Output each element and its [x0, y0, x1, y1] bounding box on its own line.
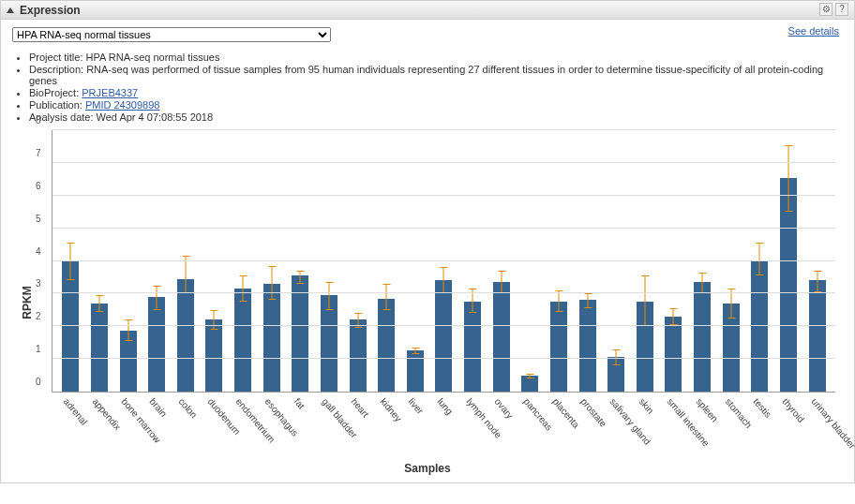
grid-line [52, 325, 835, 326]
grid-line [52, 292, 835, 293]
bar-slot [487, 130, 516, 392]
x-tick-label: testis [745, 393, 774, 460]
x-tick-label: stomach [716, 393, 745, 460]
bar-slot [286, 130, 315, 392]
x-tick-labels: adrenalappendixbone marrowbraincolonduod… [52, 393, 835, 460]
x-axis-label: Samples [12, 462, 843, 475]
meta-publication: Publication: PMID 24309898 [29, 99, 843, 111]
x-tick-label: lymph node [458, 393, 487, 460]
bioproject-link[interactable]: PRJEB4337 [82, 87, 138, 98]
x-tick-label: liver [400, 393, 429, 460]
bars-container [52, 130, 835, 392]
meta-label: Description: [29, 64, 83, 75]
error-bar [530, 374, 531, 378]
meta-description: Description: RNA-seq was performed of ti… [29, 64, 843, 86]
x-tick-label: thyroid [774, 393, 803, 460]
x-tick-label: colon [171, 393, 200, 460]
y-tick-label: 3 [36, 278, 41, 289]
error-bar [243, 275, 244, 302]
grid-line [52, 228, 835, 229]
panel-body: See details HPA RNA-seq normal tissues P… [1, 20, 854, 482]
x-tick-label: urinary bladder [802, 393, 832, 460]
bar-slot [631, 130, 660, 392]
bar[interactable] [234, 289, 251, 392]
error-bar [587, 293, 588, 308]
bar[interactable] [177, 279, 194, 392]
bar[interactable] [751, 261, 768, 393]
bar-slot [429, 130, 458, 392]
error-bar [644, 275, 645, 326]
grid-line [52, 260, 835, 261]
see-details-link[interactable]: See details [788, 25, 839, 37]
x-tick-label: duodenum [199, 393, 228, 460]
y-tick-label: 5 [36, 213, 41, 223]
bar-slot [113, 130, 142, 392]
x-tick-label: prostate [573, 393, 602, 460]
meta-list: Project title: HPA RNA-seq normal tissue… [29, 52, 843, 123]
error-bar [185, 256, 186, 293]
error-bar [300, 271, 301, 284]
x-tick-label: salivary gland [602, 393, 631, 460]
error-bar [673, 308, 674, 324]
x-tick-label: pancreas [516, 393, 545, 460]
expression-panel: Expression ⚙ ? See details HPA RNA-seq n… [0, 0, 855, 483]
x-tick-label: placenta [544, 393, 573, 460]
error-bar [788, 145, 788, 212]
bar[interactable] [665, 317, 682, 392]
bar[interactable] [809, 280, 826, 392]
x-tick-label: gall bladder [314, 393, 343, 460]
x-tick-label: lung [429, 393, 458, 460]
y-tick-label: 6 [36, 180, 41, 190]
y-tick-label: 0 [36, 377, 41, 387]
bar[interactable] [464, 302, 481, 392]
bar-slot [745, 130, 774, 392]
bar[interactable] [435, 280, 452, 392]
bar-slot [200, 130, 229, 392]
bar-slot [716, 130, 745, 392]
x-tick-label: endometrium [228, 393, 257, 460]
bar-slot [802, 130, 832, 392]
bar-slot [458, 130, 488, 392]
grid-line [52, 162, 835, 163]
meta-bioproject: BioProject: PRJEB4337 [29, 87, 843, 98]
grid-line [52, 195, 835, 196]
grid-line [52, 358, 835, 359]
error-bar [128, 319, 128, 341]
x-tick-label: bone marrow [112, 393, 142, 460]
bar-slot [372, 130, 401, 392]
x-tick-label: ovary [487, 393, 516, 460]
bar-slot [545, 130, 574, 392]
grid-line [52, 129, 835, 130]
bar[interactable] [91, 304, 108, 392]
meta-label: BioProject: [29, 87, 79, 98]
bar[interactable] [205, 319, 222, 392]
publication-link[interactable]: PMID 24309898 [85, 99, 160, 111]
bar[interactable] [350, 319, 367, 392]
y-tick-label: 2 [36, 311, 41, 321]
bar-slot [315, 130, 344, 392]
bar[interactable] [407, 350, 424, 392]
bar[interactable] [550, 302, 567, 392]
y-tick-label: 7 [36, 147, 41, 157]
bar-slot [172, 130, 201, 392]
y-axis-label: RPKM [21, 286, 34, 319]
error-bar [386, 284, 387, 310]
bar[interactable] [378, 299, 395, 392]
help-icon[interactable]: ? [835, 3, 848, 16]
x-tick-label: kidney [371, 393, 400, 460]
dataset-select[interactable]: HPA RNA-seq normal tissues [12, 27, 331, 42]
settings-icon[interactable]: ⚙ [819, 3, 832, 16]
error-bar [817, 271, 818, 292]
error-bar [271, 266, 272, 301]
error-bar [702, 273, 703, 294]
x-tick-label: appendix [84, 393, 113, 460]
bar[interactable] [694, 282, 711, 392]
bar[interactable] [493, 282, 510, 392]
x-tick-label: adrenal [55, 393, 84, 460]
bar[interactable] [579, 300, 596, 392]
bar[interactable] [148, 297, 165, 392]
x-tick-label: spleen [688, 393, 717, 460]
collapse-icon[interactable] [7, 7, 14, 13]
bar-slot [56, 130, 85, 392]
chart: RPKM 012345678 adrenalappendixbone marro… [12, 130, 843, 475]
